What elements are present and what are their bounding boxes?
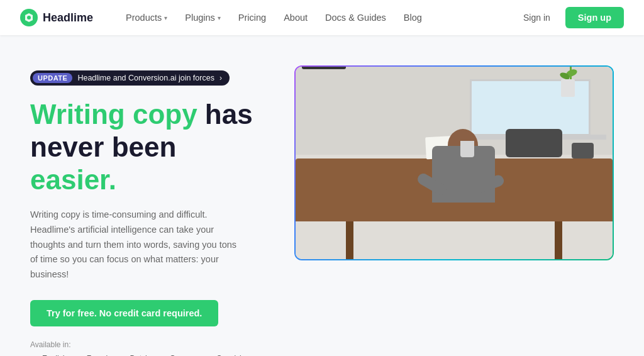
heading-rest-1: has (197, 99, 253, 130)
nav-products[interactable]: Products ▾ (118, 8, 175, 28)
heading-green-1: Writing copy (30, 99, 197, 130)
available-in-label: Available in: (30, 340, 269, 349)
heading-line2: never been (30, 131, 176, 162)
update-tag: UPDATE (33, 73, 72, 83)
cta-button[interactable]: Try for free. No credit card required. (30, 300, 218, 326)
plugins-chevron-icon: ▾ (218, 14, 221, 21)
headlime-logo-icon (20, 9, 38, 26)
nav-about[interactable]: About (276, 8, 315, 28)
heading-green-2: easier. (30, 164, 116, 195)
products-chevron-icon: ▾ (164, 14, 167, 21)
hero-subtext: Writing copy is time-consuming and diffi… (30, 208, 244, 283)
hero-section: UPDATE Headlime and Conversion.ai join f… (0, 35, 644, 356)
nav-links: Products ▾ Plugins ▾ Pricing About Docs … (118, 8, 516, 28)
update-badge[interactable]: UPDATE Headlime and Conversion.ai join f… (30, 70, 230, 86)
update-badge-text: Headlime and Conversion.ai join forces (77, 74, 214, 82)
badge-arrow-icon: › (219, 74, 222, 82)
navbar: Headlime Products ▾ Plugins ▾ Pricing Ab… (0, 0, 644, 35)
brand-name: Headlime (43, 11, 93, 25)
nav-right: Sign in Sign up (516, 7, 624, 28)
nav-plugins[interactable]: Plugins ▾ (177, 8, 228, 28)
signin-button[interactable]: Sign in (516, 8, 558, 28)
hero-left: UPDATE Headlime and Conversion.ai join f… (30, 65, 269, 356)
logo-link[interactable]: Headlime (20, 9, 93, 26)
nav-pricing[interactable]: Pricing (231, 8, 274, 28)
hero-right (294, 65, 614, 260)
hero-heading: Writing copy has never been easier. (30, 98, 269, 196)
hero-image (294, 65, 614, 260)
svg-point-1 (27, 16, 31, 19)
nav-docs[interactable]: Docs & Guides (318, 8, 394, 28)
nav-blog[interactable]: Blog (396, 8, 430, 28)
signup-button[interactable]: Sign up (565, 7, 624, 28)
